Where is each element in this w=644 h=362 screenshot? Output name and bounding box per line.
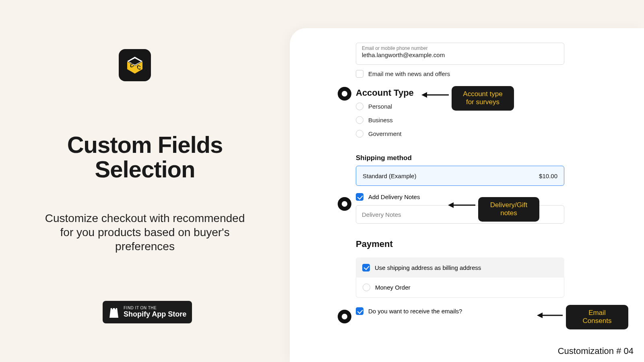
svg-text:C: C: [137, 64, 141, 71]
money-order-radio[interactable]: [363, 284, 370, 291]
customization-number: Customization # 04: [558, 346, 634, 356]
path-bullet: [338, 87, 351, 101]
news-checkbox[interactable]: [356, 70, 363, 78]
shopify-bag-icon: [108, 306, 120, 319]
badge-line2: Shopify App Store: [124, 310, 186, 319]
shipping-option-label: Standard (Example): [363, 173, 416, 179]
account-type-radio-personal[interactable]: [356, 103, 363, 110]
payment-heading: Payment: [356, 239, 393, 249]
shipping-option-selected[interactable]: Standard (Example) $10.00: [356, 166, 564, 186]
path-bullet: [338, 310, 351, 323]
billing-same-checkbox[interactable]: [362, 264, 370, 272]
news-label: Email me with news and offers: [368, 70, 450, 77]
svg-text:C: C: [130, 62, 134, 69]
svg-marker-9: [448, 202, 454, 208]
shopify-app-store-badge[interactable]: FIND IT ON THE Shopify App Store: [103, 301, 192, 323]
email-label: Email or mobile phone number: [362, 45, 558, 51]
arrow-left-icon: [536, 311, 564, 320]
svg-marker-7: [421, 92, 427, 98]
svg-marker-11: [537, 313, 543, 318]
tooltip-account-type: Account type for surveys: [452, 86, 514, 111]
emails-consent-checkbox[interactable]: [356, 307, 363, 315]
account-type-heading: Account Type: [356, 88, 414, 98]
shipping-option-price: $10.00: [539, 173, 557, 179]
delivery-notes-label: Add Delivery Notes: [368, 193, 420, 200]
delivery-notes-checkbox[interactable]: [356, 193, 363, 201]
email-value: letha.langworth@example.com: [362, 51, 558, 58]
money-order-label: Money Order: [375, 284, 411, 291]
email-field[interactable]: Email or mobile phone number letha.langw…: [356, 43, 564, 65]
account-type-radio-government[interactable]: [356, 130, 363, 138]
shipping-method-heading: Shipping method: [356, 154, 412, 162]
tooltip-delivery-notes: Delivery/Gift notes: [478, 197, 539, 222]
account-type-option: Government: [368, 130, 402, 137]
account-type-option: Personal: [368, 103, 392, 110]
account-type-option: Business: [368, 117, 393, 123]
badge-line1: FIND IT ON THE: [124, 306, 186, 310]
arrow-left-icon: [447, 200, 476, 210]
account-type-radio-business[interactable]: [356, 116, 363, 124]
path-bullet: [338, 197, 351, 211]
page-subtitle: Customize checkout with recommended for …: [40, 211, 250, 253]
emails-consent-label: Do you want to receive the emails?: [368, 308, 462, 315]
tooltip-email-consents: Email Consents: [566, 305, 628, 329]
page-title: Custom Fields Selection: [20, 133, 270, 182]
app-logo: C C: [119, 49, 151, 81]
billing-same-label: Use shipping address as billing address: [375, 264, 481, 271]
arrow-left-icon: [421, 90, 450, 100]
delivery-notes-placeholder: Delivery Notes: [362, 211, 401, 218]
